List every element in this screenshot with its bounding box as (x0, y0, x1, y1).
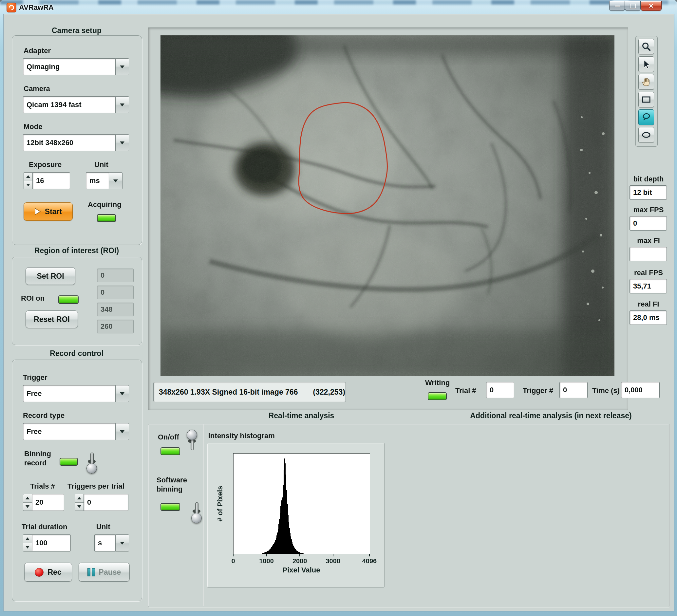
software-binning-led[interactable] (161, 503, 180, 511)
triggers-per-trial-value[interactable]: 0 (84, 494, 128, 511)
trials-label: Trials # (30, 482, 55, 490)
onoff-led[interactable] (161, 447, 180, 455)
close-icon: × (649, 2, 653, 10)
maximize-button[interactable] (625, 1, 641, 11)
titlebar-glass-decoration (0, 0, 677, 5)
onoff-label: On/off (158, 433, 179, 441)
adapter-dropdown[interactable]: Qimaging (23, 58, 129, 75)
duration-unit-label: Unit (96, 523, 110, 531)
camera-image[interactable] (161, 35, 615, 376)
record-type-value: Free (23, 423, 115, 440)
increment-icon[interactable] (75, 494, 84, 503)
hand-icon (641, 77, 651, 87)
exposure-unit-dropdown[interactable]: ms (86, 172, 123, 189)
app-icon (7, 3, 16, 12)
roi-on-led[interactable] (58, 295, 79, 304)
binning-record-toggle[interactable] (86, 449, 98, 474)
mode-label: Mode (24, 123, 42, 131)
triggers-spinner-arrows[interactable] (75, 494, 84, 511)
duration-unit-dropdown-button[interactable] (115, 534, 129, 552)
camera-dropdown[interactable]: Qicam 1394 fast (23, 96, 129, 113)
cursor-icon (641, 59, 651, 69)
increment-icon[interactable] (23, 494, 32, 503)
trigger-dropdown[interactable]: Free (23, 385, 129, 402)
record-type-dropdown[interactable]: Free (23, 423, 129, 440)
trigger-number-field: 0 (559, 382, 588, 398)
trial-duration-label: Trial duration (21, 523, 67, 531)
software-binning-label: Software binning (156, 475, 199, 493)
zoom-icon (641, 41, 651, 52)
tool-pan-button[interactable] (638, 74, 654, 90)
trial-number-label: Trial # (455, 386, 476, 395)
analysis-divider (203, 424, 204, 606)
adapter-dropdown-button[interactable] (115, 58, 129, 75)
roi-width-field: 348 (97, 302, 134, 316)
trials-spinner-arrows[interactable] (23, 494, 32, 511)
exposure-spinner[interactable]: 16 (24, 172, 70, 189)
rec-button[interactable]: Rec (24, 563, 72, 582)
roi-y-field: 0 (97, 286, 134, 299)
exposure-unit-label: Unit (94, 160, 108, 169)
trigger-label: Trigger (23, 373, 47, 382)
histogram-x-axis-label: Pixel Value (283, 566, 320, 574)
tool-oval-button[interactable] (638, 127, 654, 143)
lasso-icon (641, 112, 651, 123)
decrement-icon[interactable] (23, 503, 32, 511)
minimize-icon (615, 6, 620, 7)
max-fps-label: max FPS (633, 206, 664, 214)
tool-rectangle-button[interactable] (638, 92, 654, 107)
tool-cursor-button[interactable] (638, 56, 654, 72)
duration-unit-dropdown[interactable]: s (94, 534, 129, 552)
camera-setup-title: Camera setup (52, 26, 101, 35)
exposure-label: Exposure (29, 160, 61, 169)
exposure-spinner-arrows[interactable] (24, 172, 33, 189)
camera-dropdown-button[interactable] (115, 96, 129, 113)
time-label: Time (s) (592, 386, 620, 395)
decrement-icon[interactable] (23, 543, 32, 552)
start-button[interactable]: Start (24, 202, 73, 221)
duration-unit-value: s (94, 534, 115, 552)
onoff-toggle[interactable] (186, 429, 198, 453)
mode-dropdown-button[interactable] (115, 134, 129, 151)
exposure-unit-value: ms (86, 172, 109, 189)
trial-duration-value[interactable]: 100 (32, 534, 71, 552)
record-type-dropdown-button[interactable] (115, 423, 129, 440)
rectangle-select-icon (641, 94, 651, 105)
triggers-per-trial-spinner[interactable]: 0 (75, 494, 128, 511)
tool-zoom-button[interactable] (638, 39, 654, 54)
bit-depth-field: 12 bit (630, 185, 667, 200)
trials-value[interactable]: 20 (32, 494, 64, 511)
minimize-button[interactable] (609, 1, 625, 11)
set-roi-button[interactable]: Set ROI (26, 267, 75, 285)
exposure-value[interactable]: 16 (33, 172, 70, 189)
writing-led (428, 392, 447, 400)
max-fps-field: 0 (630, 216, 667, 231)
binning-record-led[interactable] (60, 458, 78, 466)
increment-icon[interactable] (23, 535, 32, 543)
additional-analysis-header: Additional real-time analysis (in next r… (470, 411, 631, 420)
histogram-xticks: 01000200030004096 (233, 554, 369, 567)
chevron-down-icon (120, 65, 125, 68)
mode-dropdown[interactable]: 12bit 348x260 (23, 134, 129, 151)
close-button[interactable]: × (641, 1, 662, 11)
trials-spinner[interactable]: 20 (23, 494, 64, 511)
histogram-plot (233, 453, 370, 554)
duration-spinner-arrows[interactable] (23, 534, 32, 552)
max-fi-label: max FI (637, 236, 660, 245)
real-fi-label: real FI (638, 300, 659, 309)
trial-number-field: 0 (486, 382, 514, 398)
acquiring-led (97, 214, 116, 222)
roi-group-title: Region of interest (ROI) (34, 246, 119, 255)
pause-button[interactable]: Pause (79, 563, 130, 582)
trial-duration-spinner[interactable]: 100 (23, 534, 71, 552)
decrement-icon[interactable] (75, 503, 84, 511)
record-control-title: Record control (50, 349, 103, 358)
trigger-dropdown-button[interactable] (115, 385, 129, 402)
decrement-icon[interactable] (24, 181, 33, 189)
increment-icon[interactable] (24, 173, 33, 181)
tool-lasso-button[interactable] (638, 109, 654, 125)
software-binning-toggle[interactable] (191, 499, 202, 523)
reset-roi-button[interactable]: Reset ROI (26, 311, 78, 328)
exposure-unit-dropdown-button[interactable] (109, 172, 123, 189)
rec-button-label: Rec (47, 568, 61, 577)
